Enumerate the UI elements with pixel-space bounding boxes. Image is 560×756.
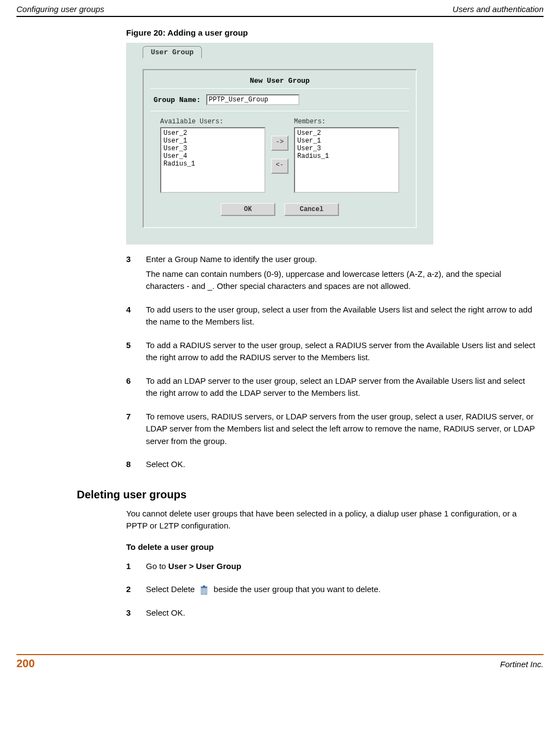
list-item[interactable]: User_3 bbox=[297, 145, 396, 152]
group-name-input[interactable]: PPTP_User_Group bbox=[206, 94, 299, 105]
trash-icon bbox=[199, 585, 209, 595]
header-rule bbox=[16, 16, 544, 17]
step: 4To add users to the user group, select … bbox=[126, 304, 538, 331]
step-number: 4 bbox=[126, 304, 134, 331]
svg-rect-0 bbox=[201, 587, 207, 588]
step-number: 3 bbox=[126, 607, 134, 622]
list-item[interactable]: User_2 bbox=[297, 129, 396, 137]
available-users-list[interactable]: User_2User_1User_3User_4Radius_1 bbox=[160, 127, 265, 193]
members-list[interactable]: User_2User_1User_3Radius_1 bbox=[294, 127, 399, 193]
ok-button[interactable]: OK bbox=[220, 203, 275, 216]
list-item[interactable]: User_2 bbox=[163, 129, 262, 137]
step-body: Select Delete beside the user group that… bbox=[146, 583, 538, 598]
step: 3Enter a Group Name to identify the user… bbox=[126, 253, 538, 295]
tab-user-group[interactable]: User Group bbox=[143, 46, 202, 58]
section-heading-deleting-user-groups: Deleting user groups bbox=[77, 488, 538, 501]
step-number: 5 bbox=[126, 339, 134, 366]
header-right: Users and authentication bbox=[452, 4, 544, 14]
step: 3Select OK. bbox=[126, 607, 538, 622]
step: 6To add an LDAP server to the user group… bbox=[126, 375, 538, 402]
list-item[interactable]: Radius_1 bbox=[297, 152, 396, 160]
header-left: Configuring user groups bbox=[16, 4, 104, 14]
step: 8Select OK. bbox=[126, 458, 538, 473]
step: 1Go to User > User Group bbox=[126, 560, 538, 575]
step-number: 3 bbox=[126, 253, 134, 295]
panel-title: New User Group bbox=[150, 77, 409, 89]
step: 7To remove users, RADIUS servers, or LDA… bbox=[126, 411, 538, 450]
step-number: 7 bbox=[126, 411, 134, 450]
svg-rect-1 bbox=[203, 586, 205, 587]
step-body: Select OK. bbox=[146, 458, 538, 473]
step: 2Select Delete beside the user group tha… bbox=[126, 583, 538, 598]
members-label: Members: bbox=[294, 118, 399, 126]
page-number: 200 bbox=[16, 657, 35, 670]
list-item[interactable]: Radius_1 bbox=[163, 160, 262, 168]
step-number: 1 bbox=[126, 560, 134, 575]
step: 5To add a RADIUS server to the user grou… bbox=[126, 339, 538, 366]
step-body: To add users to the user group, select a… bbox=[146, 304, 538, 331]
group-name-label: Group Name: bbox=[150, 96, 201, 104]
list-item[interactable]: User_1 bbox=[297, 137, 396, 145]
section-intro: You cannot delete user groups that have … bbox=[126, 508, 538, 532]
step-body: Select OK. bbox=[146, 607, 538, 622]
step-number: 6 bbox=[126, 375, 134, 402]
figure-caption: Figure 20: Adding a user group bbox=[126, 28, 538, 37]
step-body: Enter a Group Name to identify the user … bbox=[146, 253, 538, 295]
step-number: 8 bbox=[126, 458, 134, 473]
step-body: To remove users, RADIUS servers, or LDAP… bbox=[146, 411, 538, 450]
subhead-to-delete: To delete a user group bbox=[126, 542, 538, 552]
cancel-button[interactable]: Cancel bbox=[284, 203, 339, 216]
step-number: 2 bbox=[126, 583, 134, 598]
step-body: Go to User > User Group bbox=[146, 560, 538, 575]
list-item[interactable]: User_4 bbox=[163, 152, 262, 160]
available-users-label: Available Users: bbox=[160, 118, 265, 126]
move-right-button[interactable]: -> bbox=[271, 135, 289, 151]
step-body: To add a RADIUS server to the user group… bbox=[146, 339, 538, 366]
move-left-button[interactable]: <- bbox=[271, 158, 289, 174]
list-item[interactable]: User_3 bbox=[163, 145, 262, 152]
list-item[interactable]: User_1 bbox=[163, 137, 262, 145]
step-body: To add an LDAP server to the user group,… bbox=[146, 375, 538, 402]
footer-company: Fortinet Inc. bbox=[500, 660, 544, 669]
figure-screenshot: User Group New User Group Group Name: PP… bbox=[126, 43, 433, 245]
